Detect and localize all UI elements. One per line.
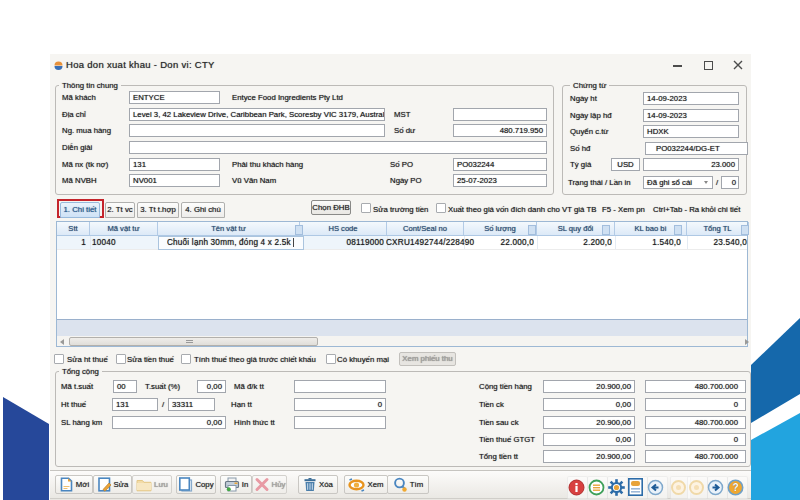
svg-text:?: ?: [732, 482, 738, 493]
